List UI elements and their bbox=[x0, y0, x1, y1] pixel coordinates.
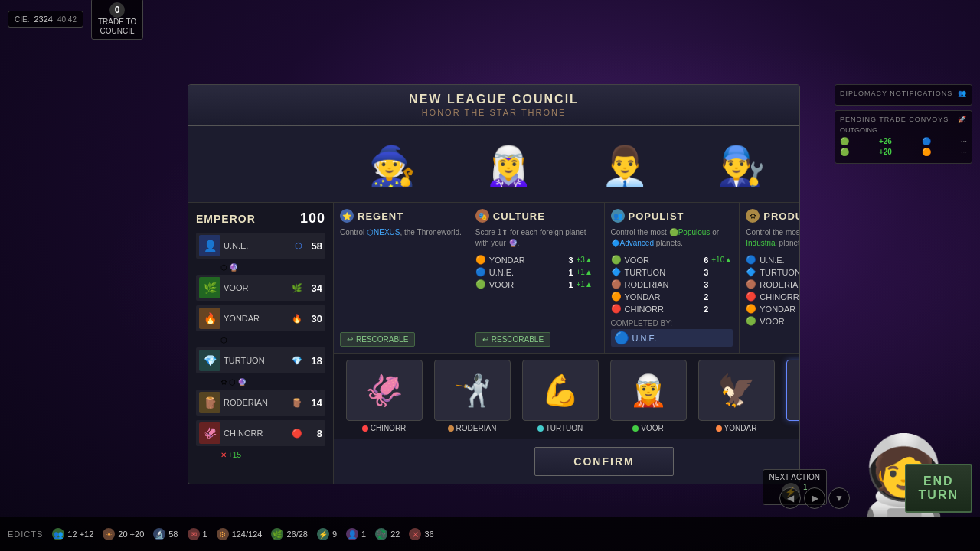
confirm-button[interactable]: CONFIRM bbox=[534, 447, 673, 476]
producer-icon: ⚙ bbox=[746, 209, 760, 223]
role-columns: ⭐ REGENT Control ⬡NEXUS, the Throneworld… bbox=[334, 203, 800, 484]
emperor-portrait-spacer bbox=[188, 126, 334, 202]
chinorr-score: 8 bbox=[305, 428, 322, 439]
regent-rescore-icon: ↩ bbox=[347, 335, 353, 344]
hero-yondar[interactable]: 🦅 YONDAR bbox=[692, 360, 780, 432]
regent-name: REGENT bbox=[358, 210, 403, 222]
populist-yondar: 🟠 YONDAR 2 bbox=[611, 292, 733, 302]
turtuon-dot bbox=[537, 425, 544, 432]
outgoing-label: OUTGOING: bbox=[840, 126, 967, 134]
hero-chinorr[interactable]: 🦑 CHINORR bbox=[340, 360, 428, 432]
player-row-voor: 🌿 VOOR 🌿 34 bbox=[196, 275, 325, 301]
culture-rescorable-btn[interactable]: ↩ RESCORABLE bbox=[475, 332, 550, 347]
stat-sci-val: 58 bbox=[168, 530, 178, 539]
stat-ind-icon: ⚙ bbox=[217, 528, 229, 540]
right-sidebar: DIPLOMACY NOTIFICATIONS 👥 PENDING TRADE … bbox=[835, 84, 972, 168]
nav-right[interactable]: ▶ bbox=[804, 487, 825, 509]
stat-industry: ⚙ 124/124 bbox=[217, 528, 263, 540]
player-name-chinorr: CHINORR bbox=[224, 429, 289, 438]
diplomacy-icon: 👥 bbox=[958, 90, 967, 97]
chinorr-dot bbox=[362, 425, 368, 432]
hero-une[interactable]: 👨‍🚀 U.N.E. bbox=[780, 360, 800, 432]
stat-food: 🌿 26/28 bbox=[271, 528, 308, 540]
populist-name: POPULIST bbox=[629, 210, 684, 222]
nav-down[interactable]: ▼ bbox=[828, 487, 850, 509]
voor-icon: 🌿 bbox=[292, 283, 302, 293]
trade-row-2: 🟢 +20 🟠 ··· bbox=[840, 148, 967, 156]
stat-ene-val: 9 bbox=[332, 530, 337, 539]
culture-score-list: 🟠 YONDAR 3 +3▲ 🔵 U.N.E. 1 +1▲ 🟢 bbox=[475, 255, 598, 326]
une-icon: ⬡ bbox=[295, 241, 302, 251]
stat-trd-icon: 💱 bbox=[375, 528, 387, 540]
yondar-icons: ⬡ bbox=[196, 336, 325, 344]
hero-roderian[interactable]: 🤺 RODERIAN bbox=[428, 360, 516, 432]
completed-une-icon: 🔵 bbox=[614, 331, 629, 345]
role-panels: ⭐ REGENT Control ⬡NEXUS, the Throneworld… bbox=[334, 203, 800, 353]
council-dialog: NEW LEAGUE COUNCIL HONOR THE STAR THRONE… bbox=[188, 84, 800, 484]
populist-panel: 👥 POPULIST Control the most 🟢Populous or… bbox=[605, 203, 740, 353]
populist-desc: Control the most 🟢Populous or 🔷Advanced … bbox=[611, 227, 733, 249]
dialog-title: NEW LEAGUE COUNCIL bbox=[204, 93, 784, 106]
stat-inf-icon: ☀ bbox=[103, 528, 115, 540]
hero-name-voor: VOOR bbox=[632, 424, 663, 432]
nav-left[interactable]: ◀ bbox=[779, 487, 801, 509]
trade-header: PENDING TRADE CONVOYS 🚀 bbox=[840, 116, 967, 123]
producer-score-list: 🔵 U.N.E. 5 +12▲ 🔷 TURTUON 4 🟤 bbox=[746, 255, 800, 347]
regent-icon: ⭐ bbox=[340, 209, 354, 223]
avatar-roderian: 🪵 bbox=[199, 392, 220, 413]
stat-trd-val: 22 bbox=[390, 530, 400, 539]
culture-name: CULTURE bbox=[493, 210, 545, 222]
portraits-row: 🧙 🧝‍♀️ 👨‍💼 👨‍🔧 bbox=[188, 126, 799, 202]
turtuon-icons: ⚙⬡🔮 bbox=[196, 378, 325, 386]
end-turn-button[interactable]: ENDTURN bbox=[905, 464, 972, 513]
hero-slots: 🦑 CHINORR 🤺 RODERIAN 💪 bbox=[334, 353, 800, 439]
trade1-icon2: 🔵 bbox=[922, 137, 931, 145]
trade2-val: +20 bbox=[879, 148, 892, 156]
main-columns: EMPEROR 100 👤 U.N.E. ⬡ 58 ⬡🔮 🌿 VOOR 🌿 34 bbox=[188, 202, 799, 484]
populist-voor: 🟢 VOOR 6 +10▲ bbox=[611, 255, 733, 265]
player-row-chinorr: 🦑 CHINORR 🔴 8 bbox=[196, 420, 325, 446]
stat-agents: 👤 1 bbox=[346, 528, 366, 540]
regent-rescorable-btn[interactable]: ↩ RESCORABLE bbox=[340, 332, 415, 347]
populist-chinorr: 🔴 CHINORR 2 bbox=[611, 304, 733, 314]
pending-label: PENDING TRADE CONVOYS bbox=[840, 116, 949, 123]
player-row-turtuon: 💎 TURTUON 💎 18 bbox=[196, 347, 325, 373]
producer-une: 🔵 U.N.E. 5 +12▲ bbox=[746, 255, 800, 265]
trade-convoy-icon: 🚀 bbox=[958, 116, 967, 123]
player-name-roderian: RODERIAN bbox=[224, 398, 289, 407]
hero-portrait-turtuon: 💪 bbox=[522, 360, 599, 421]
culture-rescore-icon: ↩ bbox=[482, 335, 488, 344]
trade-label: TRADE TO bbox=[98, 18, 136, 27]
trade-box: 0 TRADE TO COUNCIL bbox=[91, 0, 143, 40]
portrait-regent: 🧙 bbox=[334, 126, 450, 202]
stat-pop-icon: 👥 bbox=[52, 528, 64, 540]
hero-turtuon[interactable]: 💪 TURTUON bbox=[516, 360, 604, 432]
player-name-voor: VOOR bbox=[224, 283, 289, 292]
chinorr-bonus: +15 bbox=[228, 451, 241, 459]
roderian-dot bbox=[448, 425, 454, 432]
producer-desc: Control the most 💰Rich or 🏭Industrial pl… bbox=[746, 227, 800, 249]
portrait-populist: 👨‍💼 bbox=[567, 126, 683, 202]
player-name-turtuon: TURTUON bbox=[224, 356, 289, 365]
hero-voor[interactable]: 🧝 VOOR bbox=[604, 360, 692, 432]
hero-portrait-yondar: 🦅 bbox=[698, 360, 775, 421]
end-turn-container: ENDTURN bbox=[905, 464, 972, 513]
trade-count: 0 bbox=[109, 2, 125, 18]
stat-military: ⚔ 36 bbox=[409, 528, 433, 540]
populist-turtuon: 🔷 TURTUON 3 bbox=[611, 267, 733, 277]
emperor-panel: EMPEROR 100 👤 U.N.E. ⬡ 58 ⬡🔮 🌿 VOOR 🌿 34 bbox=[188, 203, 334, 484]
diplomacy-header: DIPLOMACY NOTIFICATIONS 👥 bbox=[840, 90, 967, 97]
avatar-voor: 🌿 bbox=[199, 277, 220, 298]
portrait-producer: 👨‍🔧 bbox=[683, 126, 799, 202]
populist-icon: 👥 bbox=[611, 209, 625, 223]
regent-char-icon: 🧙 bbox=[358, 129, 426, 202]
chinorr-icons: ✕ +15 bbox=[196, 451, 325, 459]
stat-population: 👥 12 +12 bbox=[52, 528, 93, 540]
emperor-score: 100 bbox=[300, 210, 325, 227]
culture-icon: 🎭 bbox=[475, 209, 489, 223]
hero-portrait-voor: 🧝 bbox=[610, 360, 687, 421]
cie-value: 2324 bbox=[34, 15, 52, 24]
stat-age-val: 1 bbox=[361, 530, 366, 539]
producer-char-icon: 👨‍🔧 bbox=[707, 129, 776, 202]
trade-section: PENDING TRADE CONVOYS 🚀 OUTGOING: 🟢 +26 … bbox=[835, 110, 972, 164]
